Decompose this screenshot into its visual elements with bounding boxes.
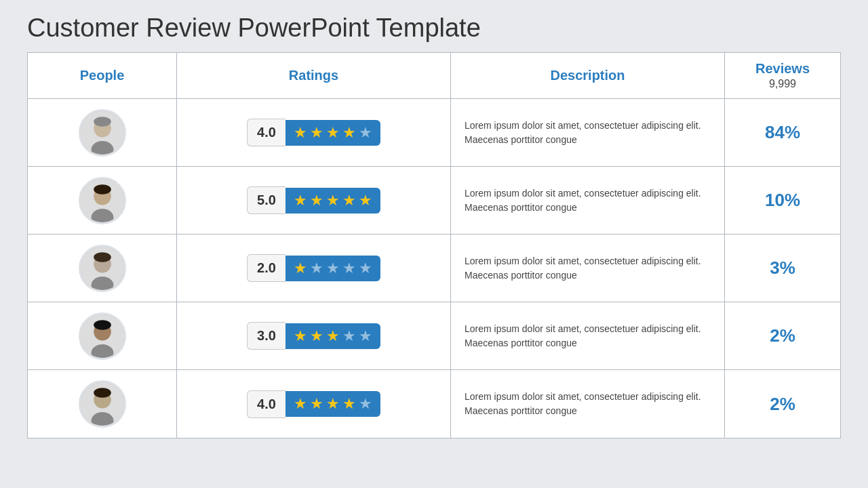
stars-box: ★★★★★ <box>285 323 380 349</box>
star-empty-icon: ★ <box>359 125 372 140</box>
person-avatar-cell <box>28 370 177 438</box>
star-full-icon: ★ <box>294 396 307 411</box>
star-empty-icon: ★ <box>310 261 323 276</box>
svg-point-3 <box>94 117 111 127</box>
col-header-people: People <box>28 53 177 98</box>
rating-number: 5.0 <box>247 186 285 214</box>
star-empty-icon: ★ <box>359 261 372 276</box>
rating-container: 2.0 ★★★★★ <box>247 254 380 282</box>
description-cell: Lorem ipsum dolor sit amet, consectetuer… <box>451 302 725 369</box>
col-header-ratings: Ratings <box>177 53 451 98</box>
rating-container: 3.0 ★★★★★ <box>247 322 380 350</box>
review-table: People Ratings Description Reviews 9,999… <box>27 52 841 439</box>
person-avatar-cell <box>28 99 177 166</box>
col-header-description: Description <box>451 53 725 98</box>
star-full-icon: ★ <box>342 125 356 140</box>
table-header: People Ratings Description Reviews 9,999 <box>28 53 840 99</box>
star-full-icon: ★ <box>342 396 356 411</box>
rating-container: 4.0 ★★★★★ <box>247 119 380 146</box>
description-cell: Lorem ipsum dolor sit amet, consectetuer… <box>451 370 725 438</box>
description-cell: Lorem ipsum dolor sit amet, consectetuer… <box>451 99 725 166</box>
star-full-icon: ★ <box>310 125 323 140</box>
star-empty-icon: ★ <box>326 261 340 276</box>
star-full-icon: ★ <box>294 261 307 276</box>
rating-number: 2.0 <box>247 254 285 282</box>
star-full-icon: ★ <box>342 193 356 208</box>
review-percent-cell: 3% <box>725 235 840 302</box>
star-full-icon: ★ <box>326 329 340 344</box>
avatar <box>79 177 126 224</box>
stars-box: ★★★★★ <box>285 188 380 214</box>
table-row: 5.0 ★★★★★ Lorem ipsum dolor sit amet, co… <box>28 167 840 235</box>
avatar <box>79 380 126 428</box>
review-percent-cell: 2% <box>725 370 840 438</box>
page-title: Customer Review PowerPoint Template <box>27 14 481 43</box>
rating-cell: 4.0 ★★★★★ <box>177 99 451 166</box>
table-row: 2.0 ★★★★★ Lorem ipsum dolor sit amet, co… <box>28 235 840 302</box>
svg-point-7 <box>94 184 111 195</box>
rating-cell: 2.0 ★★★★★ <box>177 235 451 302</box>
avatar <box>79 312 126 360</box>
star-full-icon: ★ <box>310 193 323 208</box>
person-avatar-cell <box>28 235 177 302</box>
star-empty-icon: ★ <box>359 329 372 344</box>
svg-point-11 <box>94 252 111 262</box>
rating-number: 4.0 <box>247 390 285 418</box>
person-avatar-cell <box>28 167 177 234</box>
rating-cell: 4.0 ★★★★★ <box>177 370 451 438</box>
star-empty-icon: ★ <box>342 329 356 344</box>
avatar <box>79 109 126 157</box>
rating-number: 3.0 <box>247 322 285 350</box>
stars-box: ★★★★★ <box>285 391 380 417</box>
person-avatar-cell <box>28 302 177 369</box>
star-full-icon: ★ <box>326 396 340 411</box>
description-cell: Lorem ipsum dolor sit amet, consectetuer… <box>451 235 725 302</box>
star-full-icon: ★ <box>294 125 307 140</box>
star-full-icon: ★ <box>326 193 340 208</box>
star-empty-icon: ★ <box>359 396 372 411</box>
review-percent-cell: 10% <box>725 167 840 234</box>
svg-point-19 <box>94 388 111 398</box>
star-full-icon: ★ <box>359 193 372 208</box>
table-row: 4.0 ★★★★★ Lorem ipsum dolor sit amet, co… <box>28 99 840 167</box>
star-full-icon: ★ <box>310 329 323 344</box>
review-percent-cell: 84% <box>725 99 840 166</box>
stars-box: ★★★★★ <box>285 120 380 146</box>
stars-box: ★★★★★ <box>285 256 380 281</box>
rating-number: 4.0 <box>247 119 285 146</box>
rating-container: 5.0 ★★★★★ <box>247 186 380 214</box>
col-header-reviews: Reviews 9,999 <box>725 53 840 98</box>
avatar <box>79 245 126 292</box>
table-body: 4.0 ★★★★★ Lorem ipsum dolor sit amet, co… <box>28 99 840 438</box>
star-full-icon: ★ <box>310 396 323 411</box>
table-row: 4.0 ★★★★★ Lorem ipsum dolor sit amet, co… <box>28 370 840 438</box>
rating-cell: 3.0 ★★★★★ <box>177 302 451 369</box>
review-percent-cell: 2% <box>725 302 840 369</box>
star-full-icon: ★ <box>294 329 307 344</box>
star-empty-icon: ★ <box>342 261 356 276</box>
rating-container: 4.0 ★★★★★ <box>247 390 380 418</box>
svg-point-15 <box>94 320 111 330</box>
star-full-icon: ★ <box>326 125 340 140</box>
rating-cell: 5.0 ★★★★★ <box>177 167 451 234</box>
table-row: 3.0 ★★★★★ Lorem ipsum dolor sit amet, co… <box>28 302 840 370</box>
description-cell: Lorem ipsum dolor sit amet, consectetuer… <box>451 167 725 234</box>
star-full-icon: ★ <box>294 193 307 208</box>
